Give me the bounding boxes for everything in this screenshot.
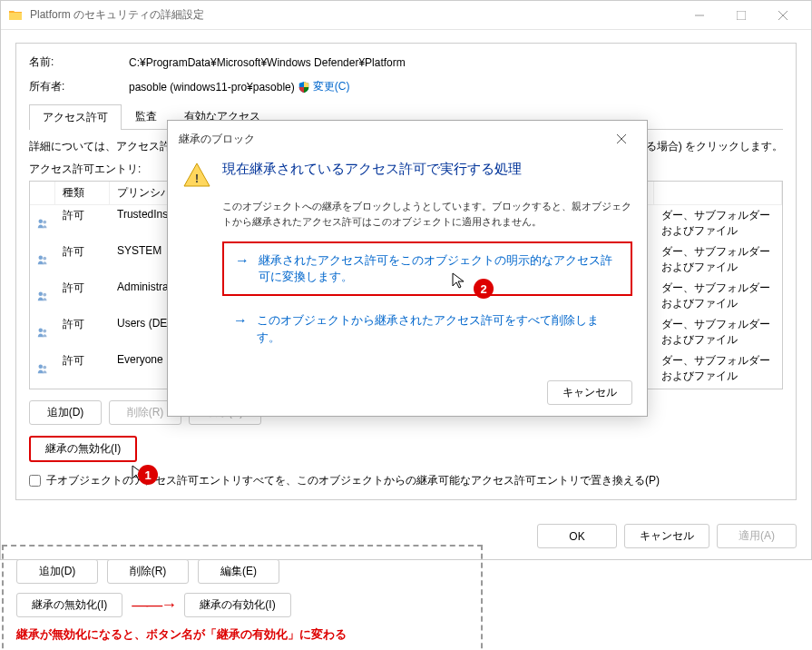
owner-value: pasoble (windows11-pro¥pasoble): [129, 81, 295, 94]
modal-heading: 現在継承されているアクセス許可で実行する処理: [222, 161, 522, 178]
close-button[interactable]: [762, 1, 804, 30]
modal-title: 継承のブロック: [179, 132, 255, 147]
svg-point-11: [43, 330, 46, 333]
convert-inherited-option[interactable]: → 継承されたアクセス許可をこのオブジェクトの明示的なアクセス許可に変換します。: [222, 241, 632, 296]
svg-point-7: [43, 257, 46, 261]
row-apply: ダー、サブフォルダーおよびファイル: [654, 207, 782, 240]
row-type: 許可: [55, 352, 110, 385]
minimize-button[interactable]: [679, 1, 720, 30]
arrow-icon: →: [235, 252, 249, 269]
tutorial-add-button: 追加(D): [16, 559, 98, 584]
tutorial-remove-button: 削除(R): [107, 559, 189, 584]
row-apply: ダー、サブフォルダーおよびファイル: [654, 243, 782, 276]
row-type: 許可: [55, 243, 110, 276]
add-button[interactable]: 追加(D): [29, 400, 102, 425]
modal-cancel-button[interactable]: キャンセル: [547, 380, 632, 405]
tutorial-disable-button: 継承の無効化(I): [16, 593, 122, 617]
name-value: C:¥ProgramData¥Microsoft¥Windows Defende…: [129, 56, 406, 69]
tutorial-box: 追加(D) 削除(R) 編集(E) 継承の無効化(I) ——→ 継承の有効化(I…: [2, 545, 483, 650]
users-icon: [37, 361, 48, 376]
users-icon: [37, 252, 48, 267]
users-icon: [37, 325, 48, 340]
arrow-red-icon: ——→: [132, 596, 175, 615]
svg-rect-1: [737, 11, 746, 20]
svg-point-6: [39, 256, 44, 261]
owner-label: 所有者:: [29, 79, 129, 94]
row-apply: ダー、サブフォルダーおよびファイル: [654, 352, 782, 385]
window-title: Platform のセキュリティの詳細設定: [30, 7, 679, 23]
option1-text: 継承されたアクセス許可をこのオブジェクトの明示的なアクセス許可に変換します。: [259, 252, 620, 285]
apply-button: 適用(A): [717, 524, 797, 548]
row-apply: ダー、サブフォルダーおよびファイル: [654, 280, 782, 312]
ok-button[interactable]: OK: [537, 524, 617, 548]
modal-close-button[interactable]: [607, 128, 636, 150]
shield-icon: [298, 81, 310, 94]
annotation-badge-2: 2: [474, 279, 494, 299]
svg-point-9: [43, 293, 46, 297]
warning-icon: !: [182, 161, 211, 190]
svg-point-10: [39, 329, 44, 333]
svg-point-8: [39, 292, 44, 297]
annotation-badge-1: 1: [138, 465, 158, 485]
name-label: 名前:: [29, 54, 129, 70]
option2-text: このオブジェクトから継承されたアクセス許可をすべて削除します。: [257, 312, 621, 345]
titlebar: Platform のセキュリティの詳細設定: [1, 1, 811, 30]
description-suffix: きる場合) をクリックします。: [635, 139, 783, 154]
change-owner-link[interactable]: 変更(C): [313, 79, 350, 94]
tutorial-enable-button: 継承の有効化(I): [184, 593, 290, 617]
tutorial-note: 継承が無効化になると、ボタン名が「継承の有効化」に変わる: [16, 626, 468, 643]
remove-inherited-option[interactable]: → このオブジェクトから継承されたアクセス許可をすべて削除します。: [222, 303, 632, 354]
users-icon: [37, 216, 48, 231]
svg-point-4: [39, 220, 44, 224]
description-text: 詳細については、アクセス許可: [29, 140, 181, 153]
tab-permissions[interactable]: アクセス許可: [29, 104, 122, 130]
row-type: 許可: [55, 280, 110, 312]
row-type: 許可: [55, 316, 110, 349]
modal-description: このオブジェクトへの継承をブロックしようとしています。ブロックすると、親オブジェ…: [222, 199, 632, 229]
tab-audit[interactable]: 監査: [122, 103, 171, 129]
row-type: 許可: [55, 207, 110, 240]
folder-icon: [8, 8, 23, 23]
tutorial-edit-button: 編集(E): [198, 559, 279, 584]
header-type[interactable]: 種類: [55, 182, 110, 204]
svg-point-12: [39, 365, 44, 369]
block-inheritance-dialog: 継承のブロック ! 現在継承されているアクセス許可で実行する処理 このオブジェク…: [167, 120, 648, 417]
replace-child-checkbox[interactable]: [29, 475, 41, 487]
svg-point-5: [43, 221, 46, 224]
users-icon: [37, 289, 48, 303]
disable-inheritance-button[interactable]: 継承の無効化(I): [29, 436, 137, 462]
row-apply: ダー、サブフォルダーおよびファイル: [654, 316, 782, 349]
maximize-button[interactable]: [720, 1, 762, 30]
svg-text:!: !: [195, 172, 199, 185]
cancel-button[interactable]: キャンセル: [624, 524, 709, 548]
arrow-icon: →: [233, 312, 248, 329]
svg-point-13: [43, 366, 46, 369]
